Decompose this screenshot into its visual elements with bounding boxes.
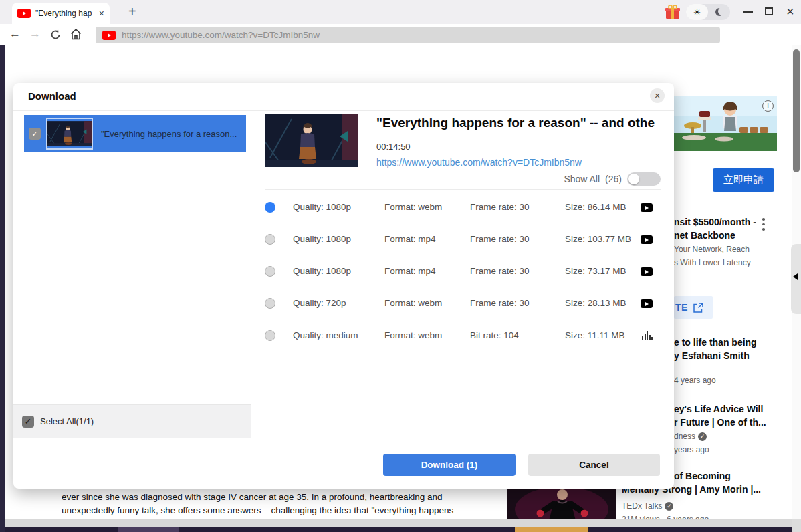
youtube-favicon <box>17 9 31 18</box>
format-rate: Frame rate: 30 <box>470 191 530 223</box>
website-link-button[interactable]: TE <box>674 296 713 319</box>
url-text: https://www.youtube.com/watch?v=DTcJmIbn… <box>122 30 320 40</box>
ad-image[interactable] <box>674 96 777 151</box>
back-icon[interactable]: ← <box>9 27 21 41</box>
dialog-header-divider <box>13 110 674 111</box>
video-format-icon <box>641 299 653 308</box>
sidebar-video-title-line2[interactable]: y Esfahani Smith <box>674 349 750 362</box>
item-thumbnail <box>46 118 93 150</box>
page-bottom-band <box>5 519 792 527</box>
verified-badge-icon: ✓ <box>698 432 707 441</box>
external-link-icon <box>693 302 704 313</box>
video-duration: 00:14:50 <box>376 142 411 152</box>
video-thumbnail <box>265 114 358 167</box>
channel-name: dness <box>674 432 695 441</box>
format-row[interactable]: Quality: 720p Format: webm Frame rate: 3… <box>13 287 674 319</box>
dark-mode-icon[interactable] <box>708 4 730 20</box>
browser-tab[interactable]: "Everything hap × <box>12 3 110 24</box>
format-radio-selected[interactable] <box>265 202 275 213</box>
select-all-row[interactable]: ✓ Select All(1/1) <box>13 404 251 438</box>
format-container: Format: webm <box>384 287 442 319</box>
format-rate: Frame rate: 30 <box>470 255 530 287</box>
channel-name: TEDx Talks <box>622 501 662 511</box>
window-close-button[interactable]: × <box>786 4 794 19</box>
youtube-header: YouTube HK × SIGN IN <box>0 45 801 83</box>
refresh-icon[interactable] <box>49 29 62 41</box>
show-all-label: Show All <box>564 174 600 184</box>
window-maximize-button[interactable] <box>765 7 773 15</box>
video-list-item[interactable]: ✓ "Everything happens for a reason... <box>24 115 246 152</box>
tab-close-icon[interactable]: × <box>99 9 104 18</box>
format-size: Size: 28.13 MB <box>565 287 626 319</box>
sidebar-promo-title-line1[interactable]: nsit $5500/month - <box>674 215 756 229</box>
format-container: Format: webm <box>384 191 442 223</box>
sidebar-video-title-line1[interactable]: ey's Life Advice Will <box>674 402 763 416</box>
page-scrollbar-thumb[interactable] <box>793 49 800 172</box>
show-all-toggle[interactable] <box>627 172 661 186</box>
show-all-count: (26) <box>605 174 622 184</box>
format-row[interactable]: Quality: 1080p Format: mp4 Frame rate: 3… <box>13 223 674 255</box>
format-container: Format: mp4 <box>384 223 436 255</box>
ad-info-icon[interactable]: i <box>762 100 774 112</box>
format-quality: Quality: medium <box>293 319 358 352</box>
tab-bar: "Everything hap × + ☀ × <box>0 0 801 24</box>
sidebar-video-title-line1[interactable]: e to life than being <box>674 336 757 349</box>
download-dialog: Download × ✓ "Everything happens for a r… <box>13 83 674 489</box>
dialog-footer-divider <box>13 438 674 438</box>
format-size: Size: 11.11 MB <box>565 319 625 352</box>
browser-window: "Everything hap × + ☀ × ← → <box>0 0 801 532</box>
download-button[interactable]: Download (1) <box>383 454 516 476</box>
dialog-title: Download <box>28 90 76 102</box>
format-container: Format: webm <box>384 319 442 352</box>
verified-badge-icon: ✓ <box>665 502 673 511</box>
sidebar-promo-desc-line2: s With Lower Latency <box>674 258 751 267</box>
select-all-label: Select All(1/1) <box>40 416 94 426</box>
format-radio[interactable] <box>265 298 275 309</box>
url-field[interactable]: https://www.youtube.com/watch?v=DTcJmIbn… <box>96 27 720 43</box>
tab-title: "Everything hap <box>35 9 94 18</box>
video-url-link[interactable]: https://www.youtube.com/watch?v=DTcJmIbn… <box>376 157 582 168</box>
forward-icon: → <box>29 27 41 41</box>
scrollbar-corner <box>792 519 801 532</box>
format-container: Format: mp4 <box>384 255 436 287</box>
dialog-close-icon[interactable]: × <box>650 88 665 103</box>
light-mode-icon[interactable]: ☀ <box>686 4 708 20</box>
format-size: Size: 103.77 MB <box>565 223 631 255</box>
sidebar-video-meta: years ago <box>674 445 709 454</box>
format-size: Size: 86.14 MB <box>565 191 626 223</box>
format-radio[interactable] <box>265 234 275 245</box>
item-checkbox[interactable]: ✓ <box>29 128 41 140</box>
sidebar-promo-desc-line1: Your Network, Reach <box>674 245 750 254</box>
select-all-checkbox[interactable]: ✓ <box>22 416 34 428</box>
format-row[interactable]: Quality: medium Format: webm Bit rate: 1… <box>13 319 674 352</box>
format-row[interactable]: Quality: 1080p Format: mp4 Frame rate: 3… <box>13 255 674 287</box>
format-quality: Quality: 720p <box>293 287 346 319</box>
format-row[interactable]: Quality: 1080p Format: webm Frame rate: … <box>13 191 674 223</box>
video-format-icon <box>641 203 653 212</box>
page-left-edge <box>0 45 5 532</box>
cancel-button[interactable]: Cancel <box>528 454 660 476</box>
audio-format-icon <box>642 331 653 340</box>
format-radio[interactable] <box>265 330 275 341</box>
sidebar-video-title-line1[interactable]: of Becoming <box>674 469 731 483</box>
format-size: Size: 73.17 MB <box>565 255 626 287</box>
video-description-line2: unexpectedly funny talk, she offers some… <box>62 505 453 515</box>
format-quality: Quality: 1080p <box>293 191 351 223</box>
ad-apply-button[interactable]: 立即申請 <box>713 168 774 192</box>
format-list-divider <box>265 189 661 190</box>
theme-toggle[interactable]: ☀ <box>686 4 730 20</box>
panel-collapse-handle[interactable] <box>791 244 801 314</box>
format-quality: Quality: 1080p <box>293 255 351 287</box>
sidebar-item-menu-icon[interactable] <box>762 218 765 231</box>
format-rate: Frame rate: 30 <box>470 287 530 319</box>
sidebar-video-channel: dness ✓ <box>674 432 707 441</box>
format-radio[interactable] <box>265 266 275 277</box>
video-description-line1: ever since she was diagnosed with stage … <box>62 492 443 502</box>
new-tab-button[interactable]: + <box>128 4 136 19</box>
sidebar-video-title-line2[interactable]: r Future | One of th... <box>674 416 766 429</box>
window-minimize-button[interactable] <box>743 11 753 13</box>
sidebar-promo-title-line2[interactable]: net Backbone <box>674 229 735 242</box>
format-rate: Bit rate: 104 <box>470 319 519 352</box>
home-icon[interactable] <box>70 28 82 41</box>
gift-icon[interactable] <box>665 5 680 19</box>
